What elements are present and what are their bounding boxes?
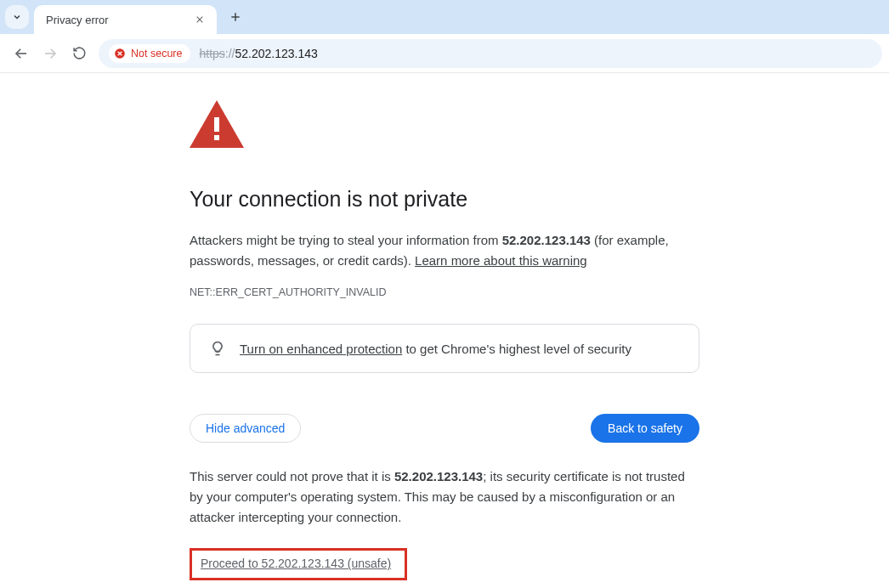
tab-close-button[interactable] [193,13,207,26]
security-chip[interactable]: Not secure [109,44,190,63]
promo-suffix: to get Chrome's highest level of securit… [402,342,631,356]
security-chip-label: Not secure [131,48,182,59]
arrow-left-icon [14,46,29,61]
back-button[interactable] [7,39,36,68]
advanced-details: This server could not prove that it is 5… [190,466,699,528]
tab-title: Privacy error [46,14,193,26]
hide-advanced-button[interactable]: Hide advanced [190,414,301,443]
lightbulb-icon [209,340,226,357]
promo-text: Turn on enhanced protection to get Chrom… [240,342,631,356]
new-tab-button[interactable] [224,5,247,29]
tab-search-button[interactable] [5,5,29,29]
reload-button[interactable] [65,39,93,68]
warning-triangle-icon [190,100,244,148]
close-icon [195,15,204,24]
enhanced-protection-link[interactable]: Turn on enhanced protection [240,342,402,356]
error-code: NET::ERR_CERT_AUTHORITY_INVALID [190,286,699,298]
advanced-prefix: This server could not prove that it is [190,469,394,483]
chevron-down-icon [12,12,22,22]
address-bar[interactable]: Not secure https://52.202.123.143 [99,39,882,68]
url-host: 52.202.123.143 [235,47,317,60]
learn-more-link[interactable]: Learn more about this warning [415,253,587,268]
url-text: https://52.202.123.143 [199,47,317,60]
svg-rect-11 [214,135,219,140]
enhanced-protection-promo: Turn on enhanced protection to get Chrom… [190,324,699,373]
button-row: Hide advanced Back to safety [190,414,699,443]
proceed-unsafe-link[interactable]: Proceed to 52.202.123.143 (unsafe) [201,557,391,570]
arrow-right-icon [42,46,58,61]
page-headline: Your connection is not private [190,187,699,212]
reload-icon [72,46,87,60]
toolbar: Not secure https://52.202.123.143 [0,34,889,73]
advanced-host: 52.202.123.143 [394,469,483,483]
warning-body: Attackers might be trying to steal your … [190,230,699,271]
not-secure-icon [114,48,126,59]
url-scheme: https [199,47,224,60]
url-prefix: :// [225,47,235,60]
forward-button [36,39,65,68]
svg-rect-10 [214,117,219,132]
tab-strip: Privacy error [0,0,889,34]
proceed-highlight: Proceed to 52.202.123.143 (unsafe) [190,548,407,580]
browser-tab[interactable]: Privacy error [34,5,217,34]
body-host: 52.202.123.143 [502,233,591,247]
privacy-error-page: Your connection is not private Attackers… [190,73,699,580]
plus-icon [229,11,241,23]
body-prefix: Attackers might be trying to steal your … [190,233,502,247]
back-to-safety-button[interactable]: Back to safety [591,414,699,443]
